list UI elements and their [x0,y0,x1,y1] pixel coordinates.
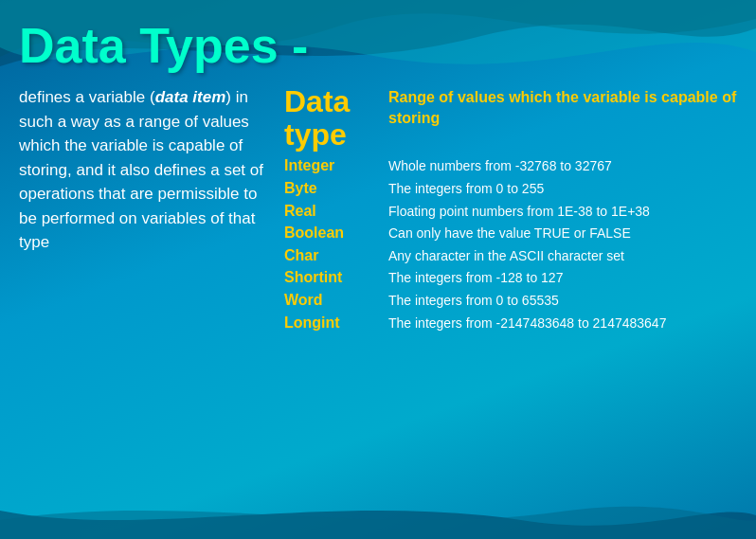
type-label: Byte [284,180,379,197]
type-label: Char [284,247,379,264]
type-description: The integers from -128 to 127 [388,269,563,288]
page-content: Data Types - defines a variable (data it… [0,0,756,539]
header-desc-label: Range of values which the variable is ca… [388,85,737,130]
data-rows-container: IntegerWhole numbers from -32768 to 3276… [284,157,737,332]
type-description: The integers from 0 to 255 [388,180,544,199]
type-description: The integers from 0 to 65535 [388,292,559,311]
left-panel: defines a variable (data item) in such a… [19,85,265,255]
table-row: IntegerWhole numbers from -32768 to 3276… [284,157,737,176]
right-panel: Data type Range of values which the vari… [284,85,737,336]
type-description: Whole numbers from -32768 to 32767 [388,157,612,176]
type-description: The integers from -2147483648 to 2147483… [388,314,666,333]
table-row: WordThe integers from 0 to 65535 [284,292,737,311]
type-label: Integer [284,157,379,174]
intro-text: defines a variable (data item) in such a… [19,85,265,255]
type-description: Floating point numbers from 1E-38 to 1E+… [388,203,650,222]
main-layout: defines a variable (data item) in such a… [19,85,737,336]
table-row: CharAny character in the ASCII character… [284,247,737,266]
table-header: Data type Range of values which the vari… [284,85,737,152]
table-row: RealFloating point numbers from 1E-38 to… [284,203,737,222]
type-label: Longint [284,314,379,332]
table-row: LongintThe integers from -2147483648 to … [284,314,737,333]
table-row: ByteThe integers from 0 to 255 [284,180,737,199]
type-label: Real [284,203,379,220]
header-type-label: Data type [284,85,379,152]
type-label: Boolean [284,225,379,242]
type-label: Word [284,292,379,309]
type-description: Can only have the value TRUE or FALSE [388,225,631,243]
type-description: Any character in the ASCII character set [388,247,624,266]
page-title: Data Types - [19,17,737,74]
table-row: ShortintThe integers from -128 to 127 [284,269,737,288]
table-row: BooleanCan only have the value TRUE or F… [284,225,737,243]
type-label: Shortint [284,269,379,286]
